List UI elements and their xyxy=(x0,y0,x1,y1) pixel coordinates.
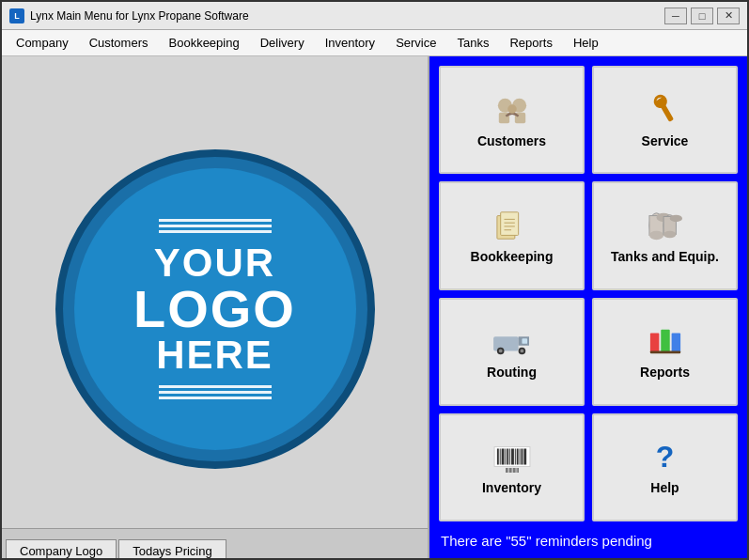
help-label: Help xyxy=(650,480,679,495)
svg-rect-37 xyxy=(505,449,506,465)
inventory-label: Inventory xyxy=(482,480,541,495)
svg-point-26 xyxy=(498,350,502,353)
svg-rect-35 xyxy=(499,449,500,465)
bookkeeping-icon xyxy=(489,208,536,243)
tanks-label: Tanks and Equip. xyxy=(611,249,719,264)
routing-label: Routing xyxy=(487,365,537,380)
minimize-button[interactable]: ─ xyxy=(664,8,687,24)
company-logo-tab[interactable]: Company Logo xyxy=(6,539,117,560)
bookkeeping-svg xyxy=(490,209,535,242)
svg-point-20 xyxy=(669,215,681,223)
svg-rect-32 xyxy=(649,351,679,354)
svg-rect-9 xyxy=(500,212,518,236)
svg-point-17 xyxy=(648,231,663,240)
svg-rect-44 xyxy=(521,449,523,465)
menu-tanks[interactable]: Tanks xyxy=(446,31,499,54)
help-icon: ? xyxy=(642,439,689,474)
logo-line-1 xyxy=(159,219,272,222)
customers-label: Customers xyxy=(477,133,546,148)
svg-rect-43 xyxy=(519,449,520,465)
close-button[interactable]: ✕ xyxy=(717,8,740,24)
menu-delivery[interactable]: Delivery xyxy=(250,31,315,54)
menu-inventory[interactable]: Inventory xyxy=(315,31,385,54)
bookkeeping-button[interactable]: Bookkeeping xyxy=(439,181,585,289)
svg-rect-34 xyxy=(496,449,498,465)
svg-rect-40 xyxy=(511,449,514,465)
logo-text-your: YOUR xyxy=(154,243,275,283)
logo-text-here: HERE xyxy=(156,335,273,375)
tanks-icon xyxy=(642,208,689,243)
logo-outer-circle: YOUR LOGO HERE xyxy=(55,149,375,469)
service-label: Service xyxy=(642,133,689,148)
bottom-bar: Company Logo Todays Pricing xyxy=(2,528,428,560)
menu-service[interactable]: Service xyxy=(385,31,446,54)
question-mark-icon: ? xyxy=(656,440,675,474)
svg-rect-36 xyxy=(501,449,504,465)
service-icon xyxy=(642,92,689,128)
titlebar-title: Lynx Main Menu for Lynx Propane Software xyxy=(30,9,249,23)
main-content: YOUR LOGO HERE Company Logo Todays Prici… xyxy=(2,56,747,560)
titlebar-left: L Lynx Main Menu for Lynx Propane Softwa… xyxy=(9,8,249,23)
logo-inner-circle: YOUR LOGO HERE xyxy=(74,168,356,450)
reports-button[interactable]: Reports xyxy=(592,298,738,406)
svg-text:|||||||||||: ||||||||||| xyxy=(505,468,519,473)
logo-line-5 xyxy=(159,391,272,394)
inventory-svg: ||||||||||| xyxy=(490,440,535,474)
customers-icon xyxy=(489,92,536,128)
menu-bookkeeping[interactable]: Bookkeeping xyxy=(159,31,250,54)
routing-svg xyxy=(490,324,535,358)
menu-customers[interactable]: Customers xyxy=(79,31,159,54)
menubar: Company Customers Bookkeeping Delivery I… xyxy=(2,30,747,56)
menu-reports[interactable]: Reports xyxy=(499,31,563,54)
routing-icon xyxy=(489,323,536,359)
right-panel: Customers Service xyxy=(429,56,747,560)
customers-button[interactable]: Customers xyxy=(439,66,585,174)
titlebar-controls: ─ □ ✕ xyxy=(664,8,740,24)
svg-point-4 xyxy=(507,104,516,113)
reports-label: Reports xyxy=(640,365,690,380)
menu-company[interactable]: Company xyxy=(6,31,79,54)
logo-line-6 xyxy=(159,397,272,399)
button-grid: Customers Service xyxy=(439,66,738,521)
inventory-button[interactable]: ||||||||||| Inventory xyxy=(439,413,585,521)
reports-icon xyxy=(642,323,689,359)
help-button[interactable]: ? Help xyxy=(592,413,738,521)
svg-point-21 xyxy=(663,231,676,239)
tanks-svg xyxy=(643,209,688,242)
left-panel: YOUR LOGO HERE Company Logo Todays Prici… xyxy=(2,56,429,560)
routing-button[interactable]: Routing xyxy=(439,298,585,406)
menu-help[interactable]: Help xyxy=(563,31,609,54)
svg-rect-42 xyxy=(516,449,518,465)
service-svg xyxy=(643,93,688,127)
app-icon: L xyxy=(9,8,24,23)
svg-rect-29 xyxy=(649,334,658,353)
logo-line-2 xyxy=(159,225,272,227)
tanks-button[interactable]: Tanks and Equip. xyxy=(592,181,738,289)
svg-rect-45 xyxy=(523,449,526,465)
svg-point-28 xyxy=(520,350,523,353)
logo-lines-top xyxy=(159,216,272,236)
todays-pricing-tab[interactable]: Todays Pricing xyxy=(118,539,226,560)
reports-svg xyxy=(643,324,688,358)
bookkeeping-label: Bookkeeping xyxy=(471,249,554,264)
svg-rect-24 xyxy=(522,338,527,344)
svg-rect-38 xyxy=(507,449,508,465)
svg-rect-39 xyxy=(509,449,510,465)
service-button[interactable]: Service xyxy=(592,66,738,174)
maximize-button[interactable]: □ xyxy=(691,8,713,24)
logo-line-4 xyxy=(159,385,272,388)
svg-rect-30 xyxy=(661,330,669,353)
customers-svg xyxy=(490,93,535,127)
logo-line-3 xyxy=(159,230,272,233)
inventory-icon: ||||||||||| xyxy=(489,439,536,474)
reminder-text: There are "55" reminders pending xyxy=(439,529,738,552)
svg-rect-22 xyxy=(493,336,519,350)
logo-text-logo: LOGO xyxy=(133,283,296,335)
svg-rect-41 xyxy=(514,449,515,465)
svg-rect-31 xyxy=(671,334,679,353)
logo-lines-bottom xyxy=(159,382,272,402)
titlebar: L Lynx Main Menu for Lynx Propane Softwa… xyxy=(2,2,747,30)
